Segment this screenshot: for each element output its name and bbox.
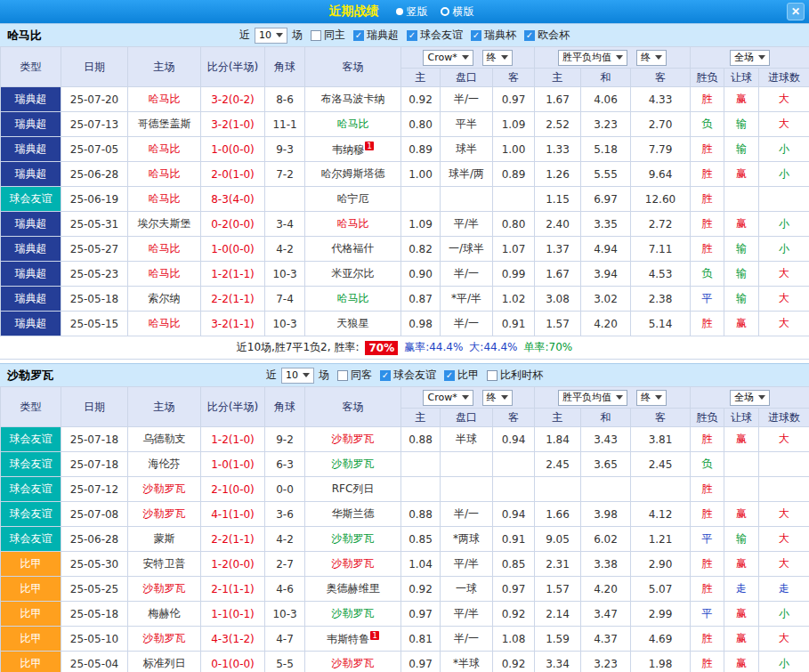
filter-checkbox[interactable]: 欧会杯: [524, 28, 570, 43]
asia-away-odds: 0.94: [493, 502, 535, 527]
corner-count: 10-3: [265, 262, 305, 287]
asia-away-odds: 0.92: [493, 652, 535, 672]
result-handicap: [724, 452, 759, 477]
match-row: 球会友谊25-06-19哈马比8-3(4-0)哈宁厄1.156.9712.60胜: [1, 187, 809, 212]
result-goals: 小: [759, 212, 809, 237]
asia-final-select[interactable]: 终: [482, 50, 513, 66]
close-button[interactable]: ✕: [787, 3, 805, 20]
avg-home-odds: 1.26: [535, 162, 581, 187]
home-team: 乌德勒支: [128, 427, 201, 452]
filter-checkbox[interactable]: 球会友谊: [380, 368, 436, 383]
unit-label: 场: [292, 28, 303, 43]
layout-radio-horizontal[interactable]: 横版: [441, 4, 474, 20]
scope-select[interactable]: 全场: [730, 50, 770, 66]
asia-away-odds: 1.00: [493, 137, 535, 162]
asia-handicap: *两球: [441, 527, 493, 552]
league-filter-group: 同主瑞典超球会友谊瑞典杯欧会杯: [311, 28, 570, 43]
match-row: 瑞典超25-07-20哈马比3-2(0-2)8-6布洛马波卡纳0.92半/一0.…: [1, 87, 809, 112]
checkbox-icon: [487, 370, 498, 381]
corner-count: 10-3: [265, 602, 305, 627]
result-wdl: 负: [691, 112, 724, 137]
match-date: 25-07-18: [61, 452, 128, 477]
filter-checkbox[interactable]: 瑞典杯: [471, 28, 516, 43]
team-section-charleroi: 沙勒罗瓦 近 10 场 同客球会友谊比甲比利时杯 类型 日期 主场 比分(半场): [0, 363, 809, 672]
result-goals: 小: [759, 652, 809, 672]
result-handicap: 赢: [724, 427, 759, 452]
avg-select[interactable]: 胜平负均值: [558, 50, 627, 66]
result-wdl: 胜: [691, 502, 724, 527]
subcol-wdl: 胜负: [691, 409, 724, 427]
match-row: 瑞典超25-07-05哈马比1-0(0-0)9-3韦纳穆10.89球半1.001…: [1, 137, 809, 162]
bookmaker-select[interactable]: Crow*: [423, 50, 473, 66]
avg-away-odds: 4.12: [631, 502, 691, 527]
big-rate: 大:44.4%: [469, 340, 517, 355]
col-date: 日期: [61, 387, 128, 427]
filter-checkbox[interactable]: 比利时杯: [487, 368, 543, 383]
match-row: 瑞典超25-05-18索尔纳2-2(1-1)7-4哈马比0.87*平/半1.02…: [1, 287, 809, 312]
match-row: 比甲25-05-10沙勒罗瓦4-3(1-2)4-7韦斯特鲁10.81半/一1.0…: [1, 627, 809, 652]
asia-home-odds: 1.09: [401, 212, 441, 237]
checkbox-label: 比甲: [457, 368, 479, 383]
match-date: 25-05-04: [61, 652, 128, 672]
avg-final-select[interactable]: 终: [636, 50, 667, 66]
filter-checkbox[interactable]: 瑞典超: [353, 28, 399, 43]
result-handicap: [724, 187, 759, 212]
scope-select[interactable]: 全场: [730, 390, 770, 406]
col-score: 比分(半场): [201, 47, 265, 87]
asia-handicap: 球半/两: [441, 162, 493, 187]
asia-final-select[interactable]: 终: [482, 390, 513, 406]
checkbox-icon: [524, 30, 535, 41]
match-score: 3-2(1-1): [201, 312, 265, 336]
match-score: 8-3(4-0): [201, 187, 265, 212]
league-badge: 球会友谊: [1, 452, 61, 477]
avg-select[interactable]: 胜平负均值: [558, 390, 627, 406]
avg-away-odds: 5.07: [631, 577, 691, 602]
result-group: 全场: [691, 47, 809, 69]
filter-checkbox[interactable]: 同客: [337, 368, 372, 383]
subcol-goals: 进球数: [759, 69, 809, 87]
home-team: 沙勒罗瓦: [128, 502, 201, 527]
home-team: 安特卫普: [128, 552, 201, 577]
red-card-badge: 1: [365, 142, 374, 150]
away-team: 哈马比: [305, 112, 401, 137]
away-team: 代格福什: [305, 237, 401, 262]
asia-home-odds: 0.92: [401, 577, 441, 602]
filter-checkbox[interactable]: 同主: [311, 28, 345, 43]
corner-count: 4-7: [265, 627, 305, 652]
avg-draw-odds: 4.06: [581, 87, 631, 112]
caret-down-icon: [616, 395, 623, 400]
avg-home-odds: 1.33: [535, 137, 581, 162]
match-score: 1-2(1-1): [201, 262, 265, 287]
bookmaker-select[interactable]: Crow*: [423, 390, 473, 406]
result-goals: [759, 477, 809, 502]
match-row: 瑞典超25-05-15哈马比3-2(1-1)10-3天狼星0.98半/一0.91…: [1, 312, 809, 336]
avg-final-select[interactable]: 终: [636, 390, 667, 406]
result-wdl: 胜: [691, 87, 724, 112]
match-count-select[interactable]: 10: [281, 368, 314, 384]
filter-checkbox[interactable]: 比甲: [444, 368, 479, 383]
asia-home-odds: 0.89: [401, 137, 441, 162]
filter-checkbox[interactable]: 球会友谊: [407, 28, 463, 43]
corner-count: 5-5: [265, 652, 305, 672]
result-handicap: 赢: [724, 212, 759, 237]
match-count-select[interactable]: 10: [255, 28, 287, 44]
asia-handicap: [441, 187, 493, 212]
corner-count: 9-3: [265, 137, 305, 162]
result-goals: 大: [759, 262, 809, 287]
checkbox-icon: [311, 30, 321, 41]
avg-away-odds: 7.11: [631, 237, 691, 262]
home-team: 哈马比: [128, 87, 201, 112]
layout-radio-vertical[interactable]: 竖版: [396, 4, 428, 20]
match-score: 0-1(0-0): [201, 652, 265, 672]
asia-home-odds: 0.87: [401, 287, 441, 312]
match-row: 球会友谊25-06-28蒙斯2-2(1-1)4-2沙勒罗瓦0.85*两球0.91…: [1, 527, 809, 552]
avg-select-value: 胜平负均值: [562, 391, 611, 404]
asia-away-odds: 0.97: [493, 577, 535, 602]
match-row: 瑞典超25-05-23哈马比1-2(1-1)10-3米亚尔比0.90半/一0.9…: [1, 262, 809, 287]
radio-icon: [396, 8, 403, 15]
asia-handicap: *半球: [441, 652, 493, 672]
summary-text: 近10场,胜7平1负2, 胜率:: [237, 340, 360, 355]
subcol-wdl: 胜负: [691, 69, 724, 87]
avg-draw-odds: 6.02: [581, 527, 631, 552]
result-wdl: 胜: [691, 187, 724, 212]
